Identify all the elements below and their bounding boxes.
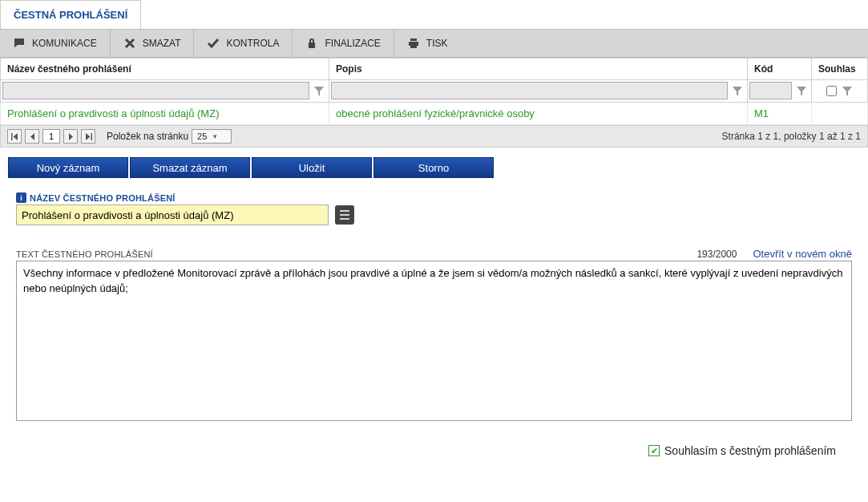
filter-kod-input[interactable]	[749, 82, 792, 99]
toolbar-finalizace[interactable]: FINALIZACE	[293, 30, 394, 57]
pager-bar: Položek na stránku 25 Stránka 1 z 1, pol…	[0, 125, 868, 148]
save-button[interactable]: Uložit	[252, 157, 372, 178]
filter-icon[interactable]	[794, 83, 809, 100]
declaration-name-input[interactable]	[16, 204, 329, 225]
filter-souhlas-checkbox[interactable]	[826, 86, 837, 96]
pager-first-button[interactable]	[7, 129, 22, 144]
char-counter: 193/2000	[696, 249, 737, 260]
cancel-button[interactable]: Storno	[373, 157, 494, 178]
toolbar-label: KONTROLA	[226, 38, 279, 49]
toolbar-label: TISK	[426, 38, 448, 49]
cell-souhlas	[812, 103, 868, 125]
declarations-grid: Název čestného prohlášení Popis Kód Souh…	[0, 58, 868, 125]
text-field-label: TEXT ČESTNÉHO PROHLÁŠENÍ	[16, 249, 153, 259]
toolbar-label: SMAZAT	[143, 38, 181, 49]
toolbar-komunikace[interactable]: KOMUNIKACE	[0, 30, 111, 57]
cell-popis: obecné prohlášení fyzické/právnické osob…	[329, 103, 748, 125]
toolbar-label: KOMUNIKACE	[32, 38, 97, 49]
name-field-label: NÁZEV ČESTNÉHO PROHLÁŠENÍ	[30, 193, 176, 203]
toolbar-smazat[interactable]: SMAZAT	[111, 30, 195, 57]
info-icon: i	[16, 192, 26, 203]
col-header-nazev[interactable]: Název čestného prohlášení	[1, 59, 329, 80]
filter-popis-input[interactable]	[331, 82, 728, 99]
table-row[interactable]: Prohlášení o pravdivosti a úplnosti údaj…	[1, 103, 868, 125]
filter-icon[interactable]	[730, 83, 745, 100]
pager-next-button[interactable]	[63, 129, 78, 144]
pager-prev-button[interactable]	[25, 129, 39, 144]
consent-label: Souhlasím s čestným prohlášením	[664, 444, 836, 457]
filter-nazev-input[interactable]	[2, 82, 309, 99]
open-in-window-link[interactable]: Otevřít v novém okně	[753, 248, 852, 260]
pager-summary: Stránka 1 z 1, položky 1 až 1 z 1	[722, 131, 861, 142]
delete-record-button[interactable]: Smazat záznam	[130, 157, 250, 178]
lock-icon	[305, 37, 318, 50]
col-header-souhlas[interactable]: Souhlas	[812, 59, 868, 80]
declaration-text-textarea[interactable]	[16, 261, 852, 421]
page-tab[interactable]: ČESTNÁ PROHLÁŠENÍ	[0, 0, 141, 29]
consent-row: ✔ Souhlasím s čestným prohlášením	[0, 431, 868, 473]
toolbar-tisk[interactable]: TISK	[394, 30, 461, 57]
list-select-button[interactable]	[335, 205, 354, 225]
col-header-popis[interactable]: Popis	[329, 59, 748, 80]
pager-last-button[interactable]	[81, 129, 95, 144]
name-label-row: i NÁZEV ČESTNÉHO PROHLÁŠENÍ	[16, 192, 852, 203]
form-area: i NÁZEV ČESTNÉHO PROHLÁŠENÍ TEXT ČESTNÉH…	[0, 184, 868, 431]
check-icon	[207, 37, 220, 50]
pager-items-select[interactable]: 25	[192, 129, 232, 144]
main-toolbar: KOMUNIKACE SMAZAT KONTROLA FINALIZACE TI…	[0, 29, 868, 58]
chat-icon	[13, 37, 26, 50]
x-icon	[123, 37, 136, 50]
toolbar-kontrola[interactable]: KONTROLA	[194, 30, 293, 57]
pager-page-input[interactable]	[42, 129, 60, 144]
pager-items-label: Položek na stránku	[107, 131, 188, 142]
actions-row: Nový záznam Smazat záznam Uložit Storno	[0, 148, 868, 184]
cell-nazev: Prohlášení o pravdivosti a úplnosti údaj…	[1, 103, 329, 125]
filter-icon[interactable]	[842, 83, 853, 100]
col-header-kod[interactable]: Kód	[748, 59, 812, 80]
new-record-button[interactable]: Nový záznam	[8, 157, 128, 178]
filter-icon[interactable]	[312, 83, 326, 100]
consent-checkbox[interactable]: ✔	[648, 445, 660, 456]
cell-kod: M1	[748, 103, 812, 125]
print-icon	[407, 37, 420, 50]
toolbar-label: FINALIZACE	[325, 38, 380, 49]
